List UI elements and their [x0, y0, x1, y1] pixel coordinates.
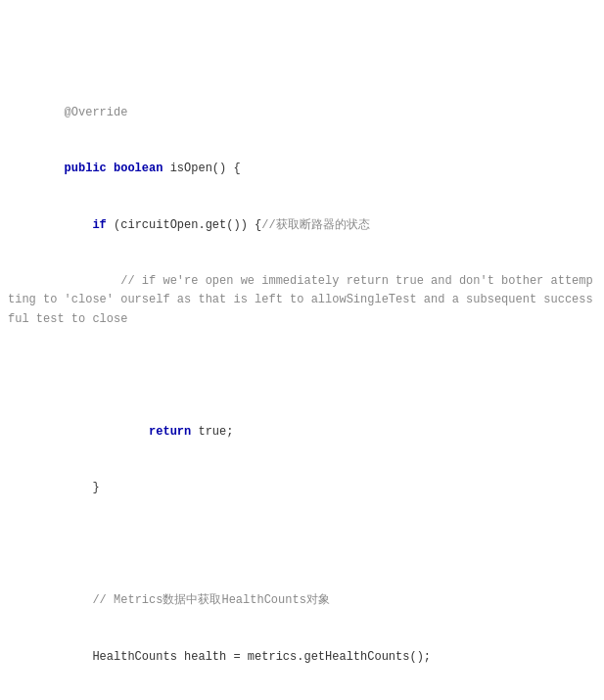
line-4: // if we're open we immediately return t…: [0, 272, 604, 329]
line-8: [0, 536, 604, 554]
line-2: public boolean isOpen() {: [0, 160, 604, 178]
line-9: // Metrics数据中获取HealthCounts对象: [0, 591, 604, 610]
line-5: [0, 366, 604, 385]
line-3: if (circuitOpen.get()) {//获取断路器的状态: [0, 216, 604, 235]
line-7: }: [0, 479, 604, 497]
code-lines: @Override public boolean isOpen() { if (…: [0, 43, 604, 700]
line-1: @Override: [0, 104, 604, 122]
line-10: HealthCounts health = metrics.getHealthC…: [0, 648, 604, 667]
code-block: @Override public boolean isOpen() { if (…: [0, 0, 604, 700]
line-6: return true;: [0, 423, 604, 442]
